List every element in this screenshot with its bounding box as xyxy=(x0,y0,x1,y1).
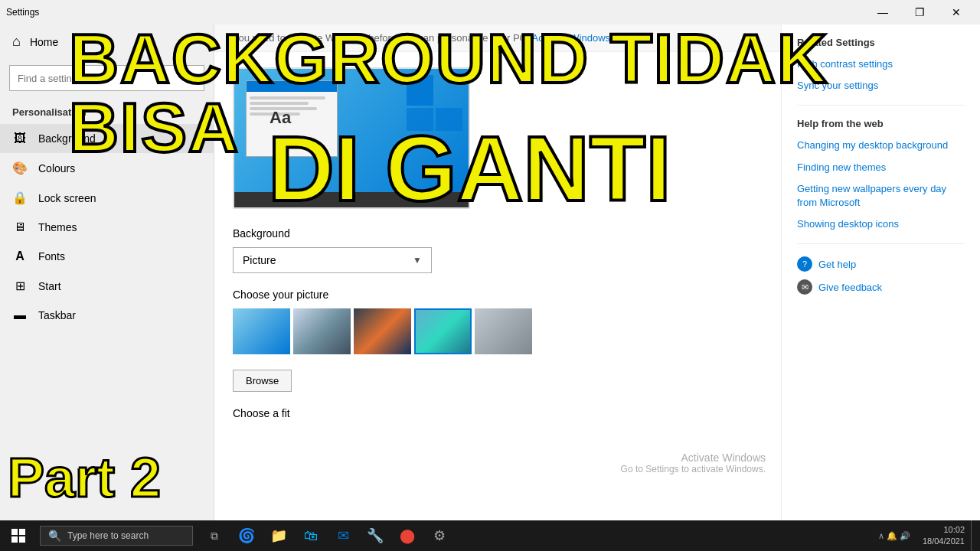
picture-thumb-4[interactable] xyxy=(414,308,472,354)
activation-link[interactable]: Activate Windows now. xyxy=(532,32,634,44)
preview-tile-large xyxy=(407,75,433,106)
settings-icon[interactable]: ⚙ xyxy=(424,520,455,551)
dropdown-value: Picture xyxy=(243,254,276,266)
choose-picture-section: Choose your picture xyxy=(233,289,763,354)
search-box: 🔍 xyxy=(9,65,204,91)
dropdown-arrow-icon: ▼ xyxy=(413,255,422,266)
background-dropdown[interactable]: Picture ▼ xyxy=(233,247,432,273)
sidebar-item-taskbar[interactable]: ▬ Taskbar xyxy=(0,301,214,330)
get-help-icon: ? xyxy=(797,256,812,272)
panel-divider xyxy=(797,105,965,106)
desktop-icons-link[interactable]: Showing desktop icons xyxy=(797,217,965,231)
chrome-icon[interactable]: ⬤ xyxy=(392,520,423,551)
file-explorer-icon[interactable]: 📁 xyxy=(263,520,294,551)
sidebar-item-start[interactable]: ⊞ Start xyxy=(0,271,214,301)
time-display: 10:02 xyxy=(923,524,965,536)
high-contrast-link[interactable]: High contrast settings xyxy=(797,57,965,71)
svg-rect-0 xyxy=(11,529,18,535)
maximize-button[interactable]: ❐ xyxy=(902,0,937,24)
sidebar-item-themes[interactable]: 🖥 Themes xyxy=(0,213,214,242)
picture-grid xyxy=(233,308,763,354)
related-settings-title: Related Settings xyxy=(797,37,965,48)
sidebar-item-colours[interactable]: 🎨 Colours xyxy=(0,153,214,183)
show-desktop-button[interactable] xyxy=(971,520,977,551)
activation-banner: You need to activate Windows before you … xyxy=(214,24,781,52)
picture-thumb-2[interactable] xyxy=(293,308,351,354)
system-tray[interactable]: ∧ 🔔 🔊 xyxy=(872,531,916,541)
home-nav-item[interactable]: ⌂ Home xyxy=(0,24,214,59)
background-section-label: Background xyxy=(233,227,763,240)
colours-label: Colours xyxy=(38,162,75,174)
start-icon: ⊞ xyxy=(12,279,28,293)
home-label: Home xyxy=(30,36,58,48)
preview-taskbar xyxy=(234,192,469,207)
activate-watermark-sub: Go to Settings to activate Windows. xyxy=(621,464,766,474)
clock[interactable]: 10:02 18/04/2021 xyxy=(918,524,969,548)
start-label: Start xyxy=(38,280,61,292)
sidebar-item-lock-screen[interactable]: 🔒 Lock screen xyxy=(0,183,214,213)
taskbar-bar: 🔍 Type here to search ⧉ 🌀 📁 🛍 ✉ 🔧 ⬤ ⚙ ∧ … xyxy=(0,520,980,551)
taskbar-search-box[interactable]: 🔍 Type here to search xyxy=(40,526,193,546)
sidebar-item-fonts[interactable]: A Fonts xyxy=(0,242,214,271)
app-icon-6[interactable]: 🔧 xyxy=(360,520,390,551)
title-bar: Settings — ❐ ✕ xyxy=(0,0,980,24)
search-input[interactable] xyxy=(10,68,179,89)
content-area: Aa Background Picture ▼ Choose your xyxy=(214,52,781,441)
choose-fit-label: Choose a fit xyxy=(233,407,763,419)
window-title: Settings xyxy=(6,7,39,18)
browse-button[interactable]: Browse xyxy=(233,370,292,392)
taskbar-label: Taskbar xyxy=(38,309,76,321)
background-label: Background xyxy=(38,132,96,145)
give-feedback-item[interactable]: ✉ Give feedback xyxy=(797,279,965,295)
get-help-item[interactable]: ? Get help xyxy=(797,256,965,272)
sidebar: ⌂ Home 🔍 Personalisation 🖼 Background 🎨 … xyxy=(0,24,214,520)
background-icon: 🖼 xyxy=(12,132,28,145)
svg-rect-1 xyxy=(19,529,25,535)
home-icon: ⌂ xyxy=(12,34,21,50)
minimize-button[interactable]: — xyxy=(865,0,900,24)
activation-text: You need to activate Windows before you … xyxy=(233,32,530,44)
themes-label: Themes xyxy=(38,221,77,233)
get-help-link[interactable]: Get help xyxy=(818,259,856,270)
taskbar-right: ∧ 🔔 🔊 10:02 18/04/2021 xyxy=(872,520,980,551)
window-controls: — ❐ ✕ xyxy=(865,0,974,24)
close-button[interactable]: ✕ xyxy=(939,0,974,24)
personalisation-header: Personalisation xyxy=(0,97,214,124)
preview-aa-text: Aa xyxy=(270,108,291,128)
start-button[interactable] xyxy=(0,520,37,551)
svg-rect-2 xyxy=(11,536,18,543)
search-button[interactable]: 🔍 xyxy=(179,66,204,90)
help-from-web-title: Help from the web xyxy=(797,118,965,129)
sidebar-item-background[interactable]: 🖼 Background xyxy=(0,124,214,153)
picture-thumb-5[interactable] xyxy=(475,308,532,354)
preview-tile-2 xyxy=(436,108,462,131)
lock-screen-label: Lock screen xyxy=(38,192,96,204)
taskbar-search-icon: 🔍 xyxy=(48,530,61,542)
give-feedback-link[interactable]: Give feedback xyxy=(818,282,882,293)
changing-bg-link[interactable]: Changing my desktop background xyxy=(797,139,965,152)
app-container: ⌂ Home 🔍 Personalisation 🖼 Background 🎨 … xyxy=(0,24,980,520)
preview-window-titlebar xyxy=(247,81,337,92)
task-view-button[interactable]: ⧉ xyxy=(199,520,230,551)
edge-browser-icon[interactable]: 🌀 xyxy=(231,520,262,551)
preview-tile-1 xyxy=(407,108,433,131)
store-icon[interactable]: 🛍 xyxy=(296,520,326,551)
svg-rect-3 xyxy=(19,536,25,543)
picture-thumb-1[interactable] xyxy=(233,308,290,354)
finding-themes-link[interactable]: Finding new themes xyxy=(797,161,965,174)
activate-watermark-title: Activate Windows xyxy=(621,452,766,464)
themes-icon: 🖥 xyxy=(12,220,28,234)
fonts-label: Fonts xyxy=(38,250,65,262)
colours-icon: 🎨 xyxy=(12,161,28,175)
picture-thumb-3[interactable] xyxy=(354,308,411,354)
date-display: 18/04/2021 xyxy=(923,536,965,547)
new-wallpapers-link[interactable]: Getting new wallpapers every day from Mi… xyxy=(797,182,965,210)
sync-settings-link[interactable]: Sync your settings xyxy=(797,79,965,93)
mail-icon[interactable]: ✉ xyxy=(328,520,358,551)
theme-preview: Aa xyxy=(233,67,470,209)
taskbar-icons: ⧉ 🌀 📁 🛍 ✉ 🔧 ⬤ ⚙ xyxy=(199,520,455,551)
dropdown-wrapper: Picture ▼ xyxy=(233,247,763,273)
preview-tiles xyxy=(407,75,462,131)
choose-picture-label: Choose your picture xyxy=(233,289,763,301)
feedback-icon: ✉ xyxy=(797,279,812,295)
